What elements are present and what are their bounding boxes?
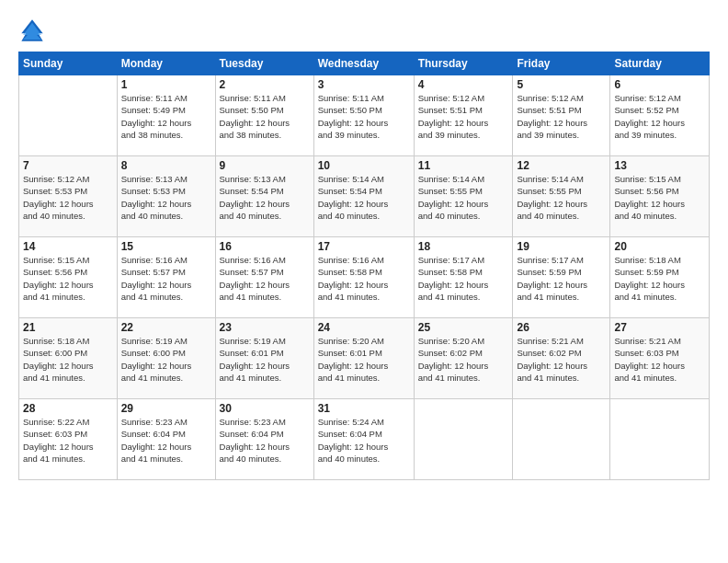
- day-info: Sunrise: 5:16 AM Sunset: 5:58 PM Dayligh…: [318, 254, 410, 303]
- calendar-cell: 14Sunrise: 5:15 AM Sunset: 5:56 PM Dayli…: [19, 237, 118, 318]
- day-number: 20: [614, 240, 705, 253]
- day-number: 6: [614, 78, 705, 91]
- calendar-cell: 24Sunrise: 5:20 AM Sunset: 6:01 PM Dayli…: [313, 318, 414, 399]
- day-number: 13: [614, 159, 705, 172]
- day-info: Sunrise: 5:11 AM Sunset: 5:50 PM Dayligh…: [220, 92, 310, 141]
- calendar-cell: 31Sunrise: 5:24 AM Sunset: 6:04 PM Dayli…: [313, 399, 414, 480]
- day-info: Sunrise: 5:19 AM Sunset: 6:01 PM Dayligh…: [220, 335, 310, 384]
- calendar-cell: 6Sunrise: 5:12 AM Sunset: 5:52 PM Daylig…: [610, 75, 710, 156]
- day-number: 10: [318, 159, 410, 172]
- calendar-table: SundayMondayTuesdayWednesdayThursdayFrid…: [18, 52, 710, 480]
- day-info: Sunrise: 5:14 AM Sunset: 5:55 PM Dayligh…: [517, 173, 606, 222]
- day-number: 26: [517, 321, 606, 334]
- day-info: Sunrise: 5:13 AM Sunset: 5:53 PM Dayligh…: [121, 173, 211, 222]
- calendar-cell: 17Sunrise: 5:16 AM Sunset: 5:58 PM Dayli…: [313, 237, 414, 318]
- calendar-cell: 16Sunrise: 5:16 AM Sunset: 5:57 PM Dayli…: [215, 237, 313, 318]
- day-info: Sunrise: 5:18 AM Sunset: 6:00 PM Dayligh…: [23, 335, 113, 384]
- day-info: Sunrise: 5:20 AM Sunset: 6:02 PM Dayligh…: [418, 335, 509, 384]
- calendar-cell: 12Sunrise: 5:14 AM Sunset: 5:55 PM Dayli…: [513, 156, 610, 237]
- day-info: Sunrise: 5:11 AM Sunset: 5:49 PM Dayligh…: [121, 92, 211, 141]
- day-info: Sunrise: 5:20 AM Sunset: 6:01 PM Dayligh…: [318, 335, 410, 384]
- calendar-week-5: 28Sunrise: 5:22 AM Sunset: 6:03 PM Dayli…: [19, 399, 710, 480]
- day-number: 22: [121, 321, 211, 334]
- day-info: Sunrise: 5:17 AM Sunset: 5:59 PM Dayligh…: [517, 254, 606, 303]
- calendar-cell: 29Sunrise: 5:23 AM Sunset: 6:04 PM Dayli…: [117, 399, 215, 480]
- day-number: 5: [517, 78, 606, 91]
- page: SundayMondayTuesdayWednesdayThursdayFrid…: [0, 0, 728, 563]
- day-info: Sunrise: 5:15 AM Sunset: 5:56 PM Dayligh…: [23, 254, 113, 303]
- day-info: Sunrise: 5:12 AM Sunset: 5:52 PM Dayligh…: [614, 92, 705, 141]
- day-number: 27: [614, 321, 705, 334]
- calendar-cell: 4Sunrise: 5:12 AM Sunset: 5:51 PM Daylig…: [414, 75, 513, 156]
- calendar-cell: [414, 399, 513, 480]
- day-number: 12: [517, 159, 606, 172]
- weekday-header-sunday: Sunday: [19, 52, 118, 75]
- calendar-cell: 18Sunrise: 5:17 AM Sunset: 5:58 PM Dayli…: [414, 237, 513, 318]
- day-number: 31: [318, 402, 410, 415]
- calendar-cell: 15Sunrise: 5:16 AM Sunset: 5:57 PM Dayli…: [117, 237, 215, 318]
- day-info: Sunrise: 5:23 AM Sunset: 6:04 PM Dayligh…: [220, 416, 310, 465]
- calendar-cell: [610, 399, 710, 480]
- calendar-cell: 10Sunrise: 5:14 AM Sunset: 5:54 PM Dayli…: [313, 156, 414, 237]
- day-number: 30: [220, 402, 310, 415]
- weekday-header-friday: Friday: [513, 52, 610, 75]
- day-info: Sunrise: 5:12 AM Sunset: 5:51 PM Dayligh…: [517, 92, 606, 141]
- calendar-cell: 9Sunrise: 5:13 AM Sunset: 5:54 PM Daylig…: [215, 156, 313, 237]
- weekday-header-monday: Monday: [117, 52, 215, 75]
- calendar-cell: 21Sunrise: 5:18 AM Sunset: 6:00 PM Dayli…: [19, 318, 118, 399]
- day-number: 21: [23, 321, 113, 334]
- day-info: Sunrise: 5:19 AM Sunset: 6:00 PM Dayligh…: [121, 335, 211, 384]
- day-number: 19: [517, 240, 606, 253]
- calendar-cell: 8Sunrise: 5:13 AM Sunset: 5:53 PM Daylig…: [117, 156, 215, 237]
- day-number: 23: [220, 321, 310, 334]
- day-info: Sunrise: 5:12 AM Sunset: 5:53 PM Dayligh…: [23, 173, 113, 222]
- calendar-cell: 26Sunrise: 5:21 AM Sunset: 6:02 PM Dayli…: [513, 318, 610, 399]
- calendar-week-4: 21Sunrise: 5:18 AM Sunset: 6:00 PM Dayli…: [19, 318, 710, 399]
- calendar-cell: 20Sunrise: 5:18 AM Sunset: 5:59 PM Dayli…: [610, 237, 710, 318]
- calendar-cell: 30Sunrise: 5:23 AM Sunset: 6:04 PM Dayli…: [215, 399, 313, 480]
- day-info: Sunrise: 5:18 AM Sunset: 5:59 PM Dayligh…: [614, 254, 705, 303]
- calendar-cell: [513, 399, 610, 480]
- weekday-header-row: SundayMondayTuesdayWednesdayThursdayFrid…: [19, 52, 710, 75]
- day-number: 24: [318, 321, 410, 334]
- logo-icon: [18, 17, 46, 44]
- day-info: Sunrise: 5:16 AM Sunset: 5:57 PM Dayligh…: [220, 254, 310, 303]
- header: [18, 17, 710, 44]
- calendar-cell: 3Sunrise: 5:11 AM Sunset: 5:50 PM Daylig…: [313, 75, 414, 156]
- day-number: 15: [121, 240, 211, 253]
- day-number: 16: [220, 240, 310, 253]
- calendar-cell: 27Sunrise: 5:21 AM Sunset: 6:03 PM Dayli…: [610, 318, 710, 399]
- calendar-cell: 1Sunrise: 5:11 AM Sunset: 5:49 PM Daylig…: [117, 75, 215, 156]
- logo: [18, 17, 50, 44]
- day-number: 1: [121, 78, 211, 91]
- day-number: 14: [23, 240, 113, 253]
- calendar-cell: 2Sunrise: 5:11 AM Sunset: 5:50 PM Daylig…: [215, 75, 313, 156]
- day-number: 9: [220, 159, 310, 172]
- calendar-cell: 11Sunrise: 5:14 AM Sunset: 5:55 PM Dayli…: [414, 156, 513, 237]
- calendar-cell: 22Sunrise: 5:19 AM Sunset: 6:00 PM Dayli…: [117, 318, 215, 399]
- day-info: Sunrise: 5:13 AM Sunset: 5:54 PM Dayligh…: [220, 173, 310, 222]
- day-info: Sunrise: 5:23 AM Sunset: 6:04 PM Dayligh…: [121, 416, 211, 465]
- day-number: 4: [418, 78, 509, 91]
- calendar-week-1: 1Sunrise: 5:11 AM Sunset: 5:49 PM Daylig…: [19, 75, 710, 156]
- day-number: 25: [418, 321, 509, 334]
- calendar-cell: 23Sunrise: 5:19 AM Sunset: 6:01 PM Dayli…: [215, 318, 313, 399]
- day-number: 2: [220, 78, 310, 91]
- day-info: Sunrise: 5:21 AM Sunset: 6:03 PM Dayligh…: [614, 335, 705, 384]
- weekday-header-thursday: Thursday: [414, 52, 513, 75]
- day-info: Sunrise: 5:24 AM Sunset: 6:04 PM Dayligh…: [318, 416, 410, 465]
- day-info: Sunrise: 5:16 AM Sunset: 5:57 PM Dayligh…: [121, 254, 211, 303]
- day-number: 3: [318, 78, 410, 91]
- day-info: Sunrise: 5:22 AM Sunset: 6:03 PM Dayligh…: [23, 416, 113, 465]
- day-number: 29: [121, 402, 211, 415]
- calendar-cell: 13Sunrise: 5:15 AM Sunset: 5:56 PM Dayli…: [610, 156, 710, 237]
- day-number: 18: [418, 240, 509, 253]
- calendar-week-3: 14Sunrise: 5:15 AM Sunset: 5:56 PM Dayli…: [19, 237, 710, 318]
- day-info: Sunrise: 5:21 AM Sunset: 6:02 PM Dayligh…: [517, 335, 606, 384]
- day-number: 8: [121, 159, 211, 172]
- weekday-header-wednesday: Wednesday: [313, 52, 414, 75]
- calendar-cell: 19Sunrise: 5:17 AM Sunset: 5:59 PM Dayli…: [513, 237, 610, 318]
- weekday-header-saturday: Saturday: [610, 52, 710, 75]
- calendar-cell: 28Sunrise: 5:22 AM Sunset: 6:03 PM Dayli…: [19, 399, 118, 480]
- day-info: Sunrise: 5:12 AM Sunset: 5:51 PM Dayligh…: [418, 92, 509, 141]
